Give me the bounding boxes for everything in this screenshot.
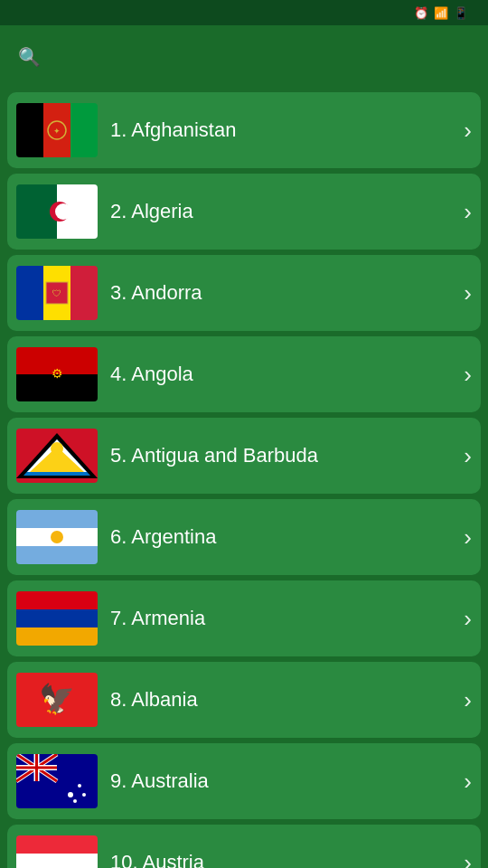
country-name: 10. Austria bbox=[110, 851, 464, 868]
country-item[interactable]: 7. Armenia › bbox=[7, 580, 481, 656]
country-name: 2. Algeria bbox=[110, 200, 464, 223]
search-icon: 🔍 bbox=[18, 46, 41, 68]
chevron-icon: › bbox=[464, 279, 472, 307]
flag-container: ✦ bbox=[16, 103, 98, 157]
svg-point-22 bbox=[51, 442, 63, 455]
country-name: 4. Angola bbox=[110, 363, 464, 386]
country-item[interactable]: 6. Argentina › bbox=[7, 499, 481, 575]
country-item[interactable]: ⚙ 4. Angola › bbox=[7, 336, 481, 412]
svg-rect-46 bbox=[16, 854, 98, 868]
country-item[interactable]: 🛡 3. Andorra › bbox=[7, 255, 481, 331]
alarm-icon: ⏰ bbox=[414, 6, 428, 20]
country-name: 7. Armenia bbox=[110, 607, 464, 630]
svg-point-43 bbox=[82, 793, 86, 797]
flag-container: 🛡 bbox=[16, 266, 98, 320]
svg-rect-0 bbox=[16, 103, 43, 157]
chevron-icon: › bbox=[464, 198, 472, 226]
svg-point-42 bbox=[78, 784, 81, 788]
wifi-icon: 📶 bbox=[434, 6, 448, 20]
flag-container bbox=[16, 754, 98, 808]
svg-rect-26 bbox=[16, 591, 98, 609]
country-item[interactable]: 10. Austria › bbox=[7, 825, 481, 868]
svg-rect-28 bbox=[16, 627, 98, 646]
status-bar: ⏰ 📶 📱 bbox=[0, 0, 488, 25]
country-item[interactable]: 2. Algeria › bbox=[7, 174, 481, 250]
chevron-icon: › bbox=[464, 605, 472, 633]
country-item[interactable]: ✦ 1. Afghanistan › bbox=[7, 92, 481, 168]
flag-container: 🦅 bbox=[16, 673, 98, 727]
country-name: 6. Argentina bbox=[110, 525, 464, 549]
chevron-icon: › bbox=[464, 686, 472, 714]
flag-container bbox=[16, 835, 98, 868]
svg-rect-9 bbox=[16, 266, 43, 320]
svg-point-25 bbox=[51, 531, 63, 543]
flag-container: ⚙ bbox=[16, 347, 98, 401]
country-name: 3. Andorra bbox=[110, 281, 464, 305]
chevron-icon: › bbox=[464, 768, 472, 796]
flag-container bbox=[16, 429, 98, 483]
svg-point-44 bbox=[73, 799, 77, 803]
chevron-icon: › bbox=[464, 524, 472, 552]
svg-text:✦: ✦ bbox=[53, 127, 61, 136]
svg-text:🦅: 🦅 bbox=[39, 682, 75, 716]
svg-text:🛡: 🛡 bbox=[52, 288, 61, 298]
flag-container bbox=[16, 510, 98, 564]
svg-rect-11 bbox=[70, 266, 98, 320]
country-name: 5. Antigua and Barbuda bbox=[110, 444, 464, 467]
country-name: 8. Albania bbox=[110, 688, 464, 712]
svg-text:⚙: ⚙ bbox=[52, 366, 63, 381]
svg-rect-45 bbox=[16, 835, 98, 854]
chevron-icon: › bbox=[464, 117, 472, 145]
country-item[interactable]: 5. Antigua and Barbuda › bbox=[7, 418, 481, 494]
svg-point-8 bbox=[55, 203, 71, 220]
flag-container bbox=[16, 184, 98, 239]
flag-container bbox=[16, 591, 98, 646]
svg-rect-27 bbox=[16, 609, 98, 627]
svg-point-41 bbox=[68, 792, 73, 797]
country-item[interactable]: 9. Australia › bbox=[7, 743, 481, 819]
chevron-icon: › bbox=[464, 849, 472, 869]
signal-icon: 📱 bbox=[454, 6, 468, 20]
chevron-icon: › bbox=[464, 442, 472, 470]
country-name: 1. Afghanistan bbox=[110, 118, 464, 142]
country-name: 9. Australia bbox=[110, 769, 464, 793]
top-bar: 🔍 bbox=[0, 25, 488, 89]
chevron-icon: › bbox=[464, 361, 472, 389]
country-list: ✦ 1. Afghanistan › 2. Algeria › 🛡 3. And… bbox=[0, 89, 488, 868]
search-area[interactable]: 🔍 bbox=[18, 46, 445, 68]
svg-rect-2 bbox=[70, 103, 98, 157]
country-item[interactable]: 🦅 8. Albania › bbox=[7, 662, 481, 738]
